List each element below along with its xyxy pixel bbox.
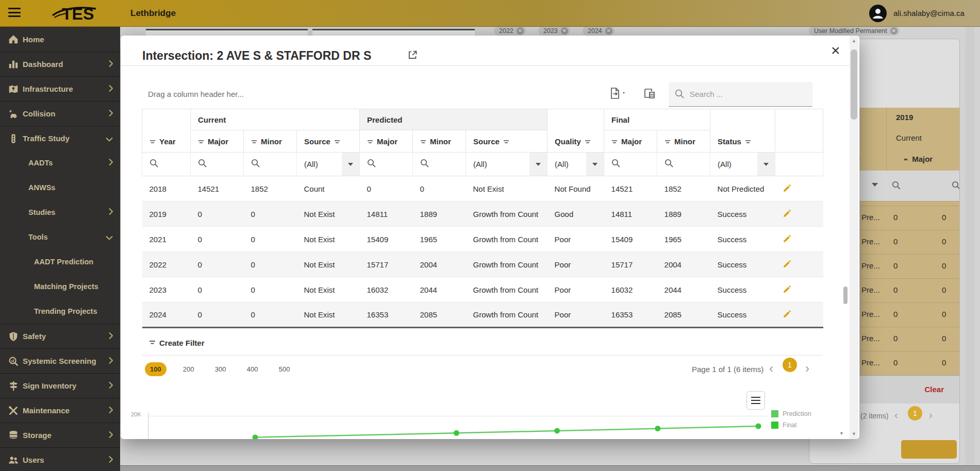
- dropdown-button[interactable]: [529, 153, 547, 176]
- external-link-icon[interactable]: [407, 49, 418, 62]
- filter-cell-predicted-minor[interactable]: [413, 153, 466, 176]
- column-header-current-major[interactable]: Major: [191, 130, 244, 153]
- edit-row-button[interactable]: [783, 234, 792, 245]
- sidebar-item-aadts[interactable]: AADTs: [0, 150, 120, 175]
- sidebar-item-dashboard[interactable]: Dashboard: [0, 52, 120, 76]
- band-header-final[interactable]: Final: [604, 109, 710, 130]
- page-size-200[interactable]: 200: [179, 362, 198, 376]
- sidebar-item-home[interactable]: Home: [0, 27, 120, 52]
- filter-cell-final-minor[interactable]: [657, 153, 710, 176]
- filter-chip-2024[interactable]: 2024 ✕: [583, 26, 614, 36]
- chevron-right-icon: [109, 208, 113, 217]
- chip-close-icon[interactable]: ✕: [605, 27, 612, 35]
- scroll-up-icon[interactable]: ▲: [850, 37, 858, 45]
- sidebar-item-tools[interactable]: Tools: [0, 225, 120, 249]
- filter-cell-current-minor[interactable]: [244, 153, 297, 176]
- sidebar-item-aadt-prediction[interactable]: AADT Prediction: [0, 249, 120, 274]
- edit-row-button[interactable]: [783, 284, 792, 295]
- sidebar-item-studies[interactable]: Studies: [0, 200, 120, 225]
- sidebar-item-trending-projects[interactable]: Trending Projects: [0, 299, 120, 324]
- edit-row-button[interactable]: [783, 309, 792, 320]
- column-header-current-minor[interactable]: Minor: [244, 130, 297, 153]
- edit-row-button[interactable]: [783, 259, 792, 270]
- table-row[interactable]: 202100Not Exist154091965Growth from Coun…: [142, 227, 823, 252]
- chip-close-icon[interactable]: ✕: [890, 27, 898, 35]
- table-row[interactable]: 202400Not Exist163532085Growth from Coun…: [142, 302, 823, 328]
- filter-cell-status[interactable]: (All): [710, 153, 775, 176]
- dropdown-button[interactable]: [586, 153, 604, 176]
- column-header-predicted-minor[interactable]: Minor: [413, 130, 466, 153]
- inner-scroll-down-icon[interactable]: ▼: [839, 431, 844, 436]
- sidebar-item-sign-inventory[interactable]: Sign Inventory: [0, 373, 120, 398]
- table-row[interactable]: 202200Not Exist157172004Growth from Coun…: [142, 252, 823, 277]
- inner-scrollbar-thumb[interactable]: [843, 287, 848, 304]
- page-size-300[interactable]: 300: [211, 362, 230, 376]
- filter-chip-2023[interactable]: 2023 ✕: [538, 26, 570, 36]
- update-button[interactable]: [901, 440, 957, 459]
- filter-cell-current-source[interactable]: (All): [297, 153, 360, 176]
- sidebar-item-safety[interactable]: Safety: [0, 324, 120, 348]
- filter-cell-current-major[interactable]: [191, 153, 244, 176]
- filter-cell-quality[interactable]: (All): [547, 153, 604, 176]
- sidebar-item-storage[interactable]: Storage: [0, 423, 120, 447]
- bg-prev-page-icon[interactable]: ‹: [894, 409, 898, 421]
- column-header-predicted-major[interactable]: Major: [360, 130, 413, 153]
- next-page-icon[interactable]: ›: [805, 362, 809, 375]
- page-size-100[interactable]: 100: [145, 362, 167, 376]
- prev-page-icon[interactable]: ‹: [769, 362, 773, 375]
- sidebar-item-infrastructure[interactable]: Infrastructure: [0, 76, 120, 101]
- filter-chip-user-modified-permanent[interactable]: User Modified Permanent ✕: [809, 26, 900, 36]
- band-header-predicted[interactable]: Predicted: [360, 109, 547, 130]
- dropdown-button[interactable]: [757, 153, 775, 176]
- table-row[interactable]: 202300Not Exist160322044Growth from Coun…: [142, 277, 823, 302]
- page-size-400[interactable]: 400: [243, 362, 262, 376]
- sidebar-item-anwss[interactable]: ANWSs: [0, 175, 120, 200]
- edit-row-button[interactable]: [783, 183, 792, 194]
- column-header-quality[interactable]: Quality: [547, 109, 604, 153]
- legend-item-prediction[interactable]: Prediction: [771, 410, 811, 417]
- filter-cell-predicted-major[interactable]: [360, 153, 413, 176]
- user-avatar[interactable]: [869, 5, 887, 22]
- page-number-1[interactable]: 1: [783, 358, 797, 372]
- column-header-final-minor[interactable]: Minor: [657, 130, 710, 153]
- chip-close-icon[interactable]: ✕: [561, 27, 568, 35]
- table-row[interactable]: 201900Not Exist148111889Growth from Coun…: [142, 201, 823, 227]
- bg-page-number[interactable]: 1: [908, 406, 922, 420]
- sidebar-item-matching-projects[interactable]: Matching Projects: [0, 274, 120, 299]
- column-header-final-major[interactable]: Major: [604, 130, 657, 153]
- hamburger-menu-icon[interactable]: [8, 8, 21, 18]
- users-icon: [8, 455, 19, 466]
- column-header-predicted-source[interactable]: Source: [466, 130, 547, 153]
- edit-row-button[interactable]: [783, 209, 792, 220]
- sidebar-item-systemic-screening[interactable]: Systemic Screening: [0, 348, 120, 373]
- sidebar-item-traffic-study[interactable]: Traffic Study: [0, 126, 120, 150]
- filter-cell-final-major[interactable]: [604, 153, 657, 176]
- modal-scrollbar[interactable]: ▲ ▼: [850, 36, 858, 439]
- filter-cell-year[interactable]: [142, 153, 191, 176]
- chip-close-icon[interactable]: ✕: [517, 27, 524, 35]
- filter-cell-predicted-source[interactable]: (All): [466, 153, 547, 176]
- sidebar-item-collision[interactable]: Collision: [0, 101, 120, 126]
- sidebar-item-users[interactable]: Users: [0, 447, 120, 471]
- column-chooser-icon[interactable]: [643, 87, 656, 102]
- bg-next-page-icon[interactable]: ›: [929, 409, 933, 421]
- caret-down-icon[interactable]: [872, 183, 878, 187]
- column-header-status[interactable]: Status: [710, 109, 775, 153]
- page-scrollbar[interactable]: [965, 27, 974, 471]
- filter-chip-2022[interactable]: 2022 ✕: [494, 26, 526, 36]
- scrollbar-thumb[interactable]: [851, 49, 857, 120]
- sidebar-item-maintenance[interactable]: Maintenance: [0, 398, 120, 423]
- scroll-down-icon[interactable]: ▼: [850, 430, 858, 438]
- dropdown-button[interactable]: [342, 153, 359, 176]
- legend-item-final[interactable]: Final: [771, 422, 811, 429]
- close-icon[interactable]: ×: [831, 43, 840, 58]
- create-filter-button[interactable]: Create Filter: [142, 330, 823, 356]
- table-row[interactable]: 2018145211852Count00Not ExistNot Found14…: [142, 176, 823, 201]
- band-header-current[interactable]: Current: [191, 109, 360, 130]
- search-input[interactable]: [690, 90, 798, 98]
- column-header-current-source[interactable]: Source: [297, 130, 360, 153]
- page-size-500[interactable]: 500: [275, 362, 294, 376]
- clear-button[interactable]: Clear: [924, 385, 944, 394]
- export-icon[interactable]: [609, 87, 627, 102]
- column-header-year[interactable]: Year: [142, 109, 191, 153]
